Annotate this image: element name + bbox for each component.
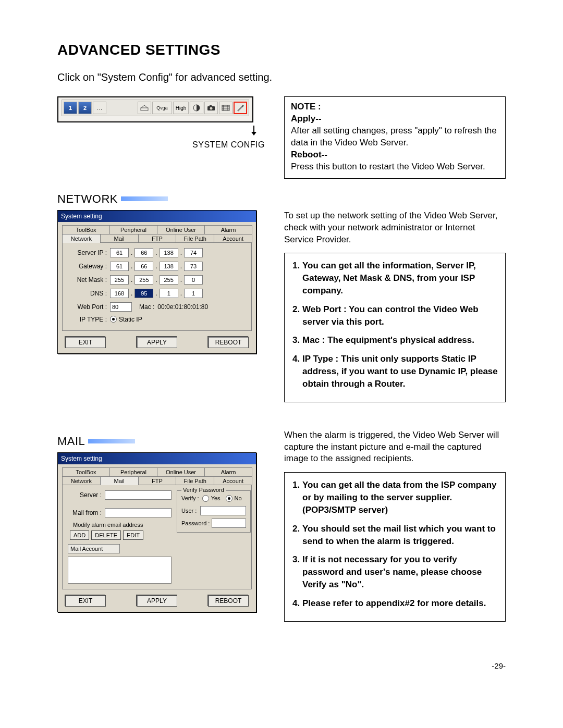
- add-button[interactable]: ADD: [70, 530, 89, 540]
- channel-1-button[interactable]: 1: [64, 102, 77, 114]
- tab-online-user[interactable]: Online User: [157, 225, 205, 234]
- mail-account-label: Mail Account: [68, 544, 120, 553]
- verify-no-radio[interactable]: [226, 495, 232, 502]
- verify-no-label: No: [235, 495, 242, 501]
- label-server-ip: Server IP :: [68, 249, 110, 256]
- tab-toolbox[interactable]: ToolBox: [62, 225, 110, 234]
- password-input[interactable]: [212, 519, 246, 528]
- tab-alarm[interactable]: Alarm: [204, 225, 252, 234]
- server-ip-oct-1[interactable]: [110, 248, 129, 257]
- modify-alarm-label: Modify alarm email address: [68, 522, 172, 528]
- server-ip-oct-3[interactable]: [160, 248, 178, 257]
- label-server: Server :: [68, 491, 105, 499]
- network-paragraph: To set up the network setting of the Vid…: [284, 210, 506, 246]
- netmask-oct-1[interactable]: [110, 275, 129, 285]
- network-info-2: Web Port : You can control the Video Web…: [302, 303, 499, 328]
- dns-oct-4[interactable]: [184, 289, 203, 298]
- user-input[interactable]: [200, 506, 246, 515]
- mail-from-input[interactable]: [105, 508, 172, 517]
- channel-2-button[interactable]: 2: [78, 102, 92, 114]
- network-section-heading: NETWORK: [57, 192, 118, 206]
- label-verify: Verify :: [181, 495, 199, 501]
- tab-file-path[interactable]: File Path: [176, 234, 214, 243]
- tab-mail[interactable]: Mail: [100, 234, 139, 243]
- dns-oct-1[interactable]: [110, 289, 129, 298]
- apply-label: Apply--: [291, 114, 322, 124]
- reboot-label: Reboot--: [291, 150, 327, 159]
- svg-rect-4: [210, 105, 212, 107]
- label-netmask: Net Mask :: [68, 276, 110, 283]
- netmask-oct-4[interactable]: [184, 275, 203, 285]
- ip-type-radio[interactable]: [110, 316, 117, 323]
- tab-file-path[interactable]: File Path: [176, 476, 214, 485]
- server-ip-oct-2[interactable]: [134, 248, 153, 257]
- label-web-port: Web Port :: [68, 303, 110, 311]
- svg-point-3: [210, 107, 213, 110]
- reboot-button[interactable]: REBOOT: [208, 595, 249, 607]
- tab-account[interactable]: Account: [214, 234, 252, 243]
- network-info-4: IP Type : This unit only supports Static…: [302, 353, 499, 390]
- exit-button[interactable]: EXIT: [65, 595, 106, 607]
- label-dns: DNS :: [68, 290, 110, 297]
- mail-account-listbox[interactable]: [68, 557, 172, 584]
- film-icon[interactable]: [219, 102, 232, 114]
- tab-ftp[interactable]: FTP: [138, 476, 177, 485]
- high-button[interactable]: High: [173, 102, 189, 114]
- tab-mail[interactable]: Mail: [100, 476, 139, 485]
- verify-yes-radio[interactable]: [202, 495, 209, 502]
- label-user: User :: [181, 508, 200, 514]
- verify-password-group: Verify Password Verify : Yes No User :: [177, 490, 251, 533]
- dns-oct-2[interactable]: [134, 289, 153, 298]
- network-info-1: You can get all the information, Server …: [302, 260, 499, 297]
- tab-alarm[interactable]: Alarm: [204, 467, 252, 476]
- snapshot-icon[interactable]: [138, 102, 151, 114]
- apply-button[interactable]: APPLY: [137, 337, 177, 348]
- reboot-text: Press this button to restart the Video W…: [291, 161, 499, 173]
- mail-info-2: You should set the mail list which you w…: [302, 523, 499, 548]
- apply-text: After all setting changes, press "apply"…: [291, 125, 499, 149]
- tab-account[interactable]: Account: [214, 476, 252, 485]
- verify-password-legend: Verify Password: [181, 487, 226, 493]
- gateway-oct-4[interactable]: [184, 262, 203, 271]
- delete-button[interactable]: DELETE: [91, 530, 121, 540]
- mail-paragraph: When the alarm is triggered, the Video W…: [284, 429, 506, 465]
- server-input[interactable]: [105, 490, 172, 500]
- note-heading: NOTE :: [291, 102, 321, 112]
- tab-peripheral[interactable]: Peripheral: [109, 225, 157, 234]
- gateway-oct-3[interactable]: [160, 262, 178, 271]
- mail-info-3: If it is not necessary for you to verify…: [302, 553, 499, 590]
- exit-button[interactable]: EXIT: [65, 337, 106, 348]
- mail-info-1: You can get all the data from the ISP co…: [302, 479, 499, 516]
- gateway-oct-2[interactable]: [134, 262, 153, 271]
- tab-online-user[interactable]: Online User: [157, 467, 205, 476]
- gateway-oct-1[interactable]: [110, 262, 129, 271]
- intro-text: Click on "System Config" for advanced se…: [57, 71, 506, 83]
- mail-info-box: You can get all the data from the ISP co…: [284, 472, 506, 621]
- netmask-oct-3[interactable]: [160, 275, 178, 285]
- contrast-icon[interactable]: [190, 102, 203, 114]
- camera-icon[interactable]: [204, 102, 218, 114]
- svg-rect-5: [222, 105, 229, 110]
- mail-dialog: System setting ToolBox Peripheral Online…: [57, 452, 256, 612]
- tab-network[interactable]: Network: [62, 234, 101, 243]
- decorative-bar: [88, 439, 135, 443]
- tab-toolbox[interactable]: ToolBox: [62, 467, 110, 476]
- edit-button[interactable]: EDIT: [123, 530, 143, 540]
- server-ip-oct-4[interactable]: [184, 248, 203, 257]
- dns-oct-3[interactable]: [160, 289, 178, 298]
- tab-network[interactable]: Network: [62, 476, 101, 485]
- network-info-3: Mac : The equipment's physical address.: [302, 334, 499, 347]
- network-dialog: System setting ToolBox Peripheral Online…: [57, 210, 256, 354]
- system-config-icon[interactable]: [234, 102, 247, 114]
- reboot-button[interactable]: REBOOT: [208, 337, 249, 348]
- web-port-input[interactable]: [110, 302, 132, 312]
- label-mail-from: Mail from :: [68, 509, 105, 516]
- tab-ftp[interactable]: FTP: [138, 234, 177, 243]
- qvga-button[interactable]: Qvga: [152, 102, 172, 114]
- toolbar-screenshot: 1 2 … Qvga High: [57, 96, 253, 122]
- tab-peripheral[interactable]: Peripheral: [109, 467, 157, 476]
- apply-button[interactable]: APPLY: [137, 595, 177, 607]
- arrow-down-icon: [57, 126, 266, 138]
- netmask-oct-2[interactable]: [134, 275, 153, 285]
- decorative-bar: [121, 196, 168, 201]
